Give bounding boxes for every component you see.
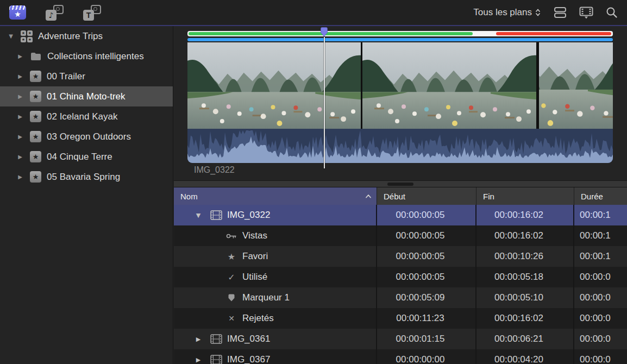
keyword-collection-icon: ★ <box>30 131 41 142</box>
end-timecode: 00:00:04:20 <box>476 349 574 364</box>
column-header-nom[interactable]: Nom <box>174 187 377 205</box>
search-button[interactable] <box>606 7 618 18</box>
disclosure-triangle[interactable]: ▶ <box>16 154 24 160</box>
clip-view-toggle-button[interactable] <box>554 7 567 18</box>
keyword-range-stripe <box>187 38 613 41</box>
disclosure-triangle[interactable]: ▶ <box>16 114 24 120</box>
keyword-collection-icon: ★ <box>30 111 41 122</box>
sidebar-item-label: 03 Oregon Outdoors <box>47 131 131 142</box>
search-icon <box>606 7 618 18</box>
sidebar-item-04-cinque-terre[interactable]: ▶ ★ 04 Cinque Terre <box>0 147 173 167</box>
playhead-line <box>324 37 325 168</box>
column-header-fin[interactable]: Fin <box>476 187 574 205</box>
disclosure-triangle[interactable]: ▶ <box>16 174 24 180</box>
folder-icon <box>30 51 42 62</box>
column-header-debut[interactable]: Début <box>377 187 476 205</box>
start-timecode: 00:00:05:09 <box>377 287 476 308</box>
table-body: ▼ IMG_0322 00:00:00:05 00:00:16:02 00:00… <box>174 205 627 364</box>
table-row-utilise[interactable]: ✓ Utilisé 00:00:00:05 00:00:05:18 00:00:… <box>174 267 627 287</box>
checkmark-icon: ✓ <box>225 272 238 283</box>
table-row-img-0367[interactable]: ▶ IMG_0367 00:00:00:00 00:00:04:20 00:00… <box>174 349 627 364</box>
table-row-favori[interactable]: ★ Favori 00:00:00:05 00:00:10:26 00:00:1 <box>174 246 627 267</box>
clip-name-label: IMG_0322 <box>194 165 235 175</box>
video-thumbnails[interactable] <box>187 42 613 129</box>
filmstrip-icon <box>210 334 223 344</box>
sidebar-item-label: 04 Cinque Terre <box>47 152 112 162</box>
end-timecode: 00:00:16:02 <box>476 225 574 246</box>
star-icon: ★ <box>225 252 238 262</box>
photos-audio-sidebar-button[interactable]: ♪ <box>45 5 64 21</box>
column-label: Fin <box>483 192 494 201</box>
video-thumbnail[interactable] <box>539 42 613 129</box>
sidebar-item-00-trailer[interactable]: ▶ ★ 00 Trailer <box>0 66 173 86</box>
marker-name: Marqueur 1 <box>242 292 290 303</box>
marker-icon <box>225 294 238 302</box>
column-header-duree[interactable]: Durée <box>574 187 627 205</box>
video-thumbnail[interactable] <box>362 42 536 129</box>
disclosure-triangle[interactable]: ▶ <box>195 356 202 363</box>
sidebar-item-label: 05 Bavaria Spring <box>47 172 120 183</box>
filmstrip-preview: IMG_0322 <box>174 26 627 180</box>
table-row-img-0361[interactable]: ▶ IMG_0361 00:00:01:15 00:00:06:21 00:00… <box>174 329 627 349</box>
disclosure-triangle[interactable]: ▼ <box>195 212 202 219</box>
keyword-collection-icon: ★ <box>30 151 41 162</box>
disclosure-triangle[interactable]: ▶ <box>16 53 24 59</box>
rejected-range-stripe <box>496 32 611 35</box>
audio-waveform <box>187 129 613 163</box>
sidebar-item-01-china-moto-trek[interactable]: ▶ ★ 01 China Moto-trek <box>0 86 173 106</box>
end-timecode: 00:00:16:02 <box>476 205 574 225</box>
playhead-handle-icon[interactable] <box>321 27 328 37</box>
sidebar-item-label: Adventure Trips <box>38 31 103 42</box>
start-timecode: 00:00:00:05 <box>377 225 476 246</box>
playhead[interactable] <box>321 27 328 168</box>
video-thumbnail[interactable] <box>187 42 361 129</box>
disclosure-triangle[interactable]: ▶ <box>16 134 24 140</box>
splitter-grab-handle[interactable] <box>387 183 413 186</box>
up-down-chevron-icon <box>535 7 541 18</box>
clip-filmstrip[interactable] <box>187 31 613 163</box>
disclosure-triangle[interactable]: ▶ <box>16 93 24 99</box>
final-cut-pro-browser: ★ ♪ T Tous les plans <box>0 0 627 364</box>
table-header: Nom Début Fin Durée <box>174 187 627 205</box>
sidebar-item-smart-collections[interactable]: ▶ Collections intelligentes <box>0 46 173 66</box>
duration-timecode: 00:00:0 <box>574 329 627 349</box>
disclosure-triangle[interactable]: ▶ <box>195 336 202 343</box>
sidebar-item-02-iceland-kayak[interactable]: ▶ ★ 02 Iceland Kayak <box>0 106 173 127</box>
toolbar: ★ ♪ T Tous les plans <box>0 0 627 25</box>
table-row-img-0322[interactable]: ▼ IMG_0322 00:00:00:05 00:00:16:02 00:00… <box>174 205 627 225</box>
disclosure-triangle[interactable]: ▶ <box>16 73 24 79</box>
table-row-marqueur-1[interactable]: Marqueur 1 00:00:05:09 00:00:05:10 00:00… <box>174 287 627 308</box>
start-timecode: 00:00:00:00 <box>377 349 476 364</box>
clip-name: IMG_0322 <box>227 210 270 221</box>
end-timecode: 00:00:10:26 <box>476 246 574 267</box>
column-label: Nom <box>180 192 198 201</box>
sort-ascending-icon <box>365 194 372 198</box>
keyword-grid-icon: ★★★★ <box>21 30 33 42</box>
clip-name: IMG_0367 <box>227 354 270 364</box>
titles-generators-sidebar-button[interactable]: T <box>83 5 101 21</box>
duration-timecode: 00:00:0 <box>574 287 627 308</box>
sidebar-item-03-oregon-outdoors[interactable]: ▶ ★ 03 Oregon Outdoors <box>0 127 173 147</box>
pane-splitter[interactable] <box>174 180 627 187</box>
duration-timecode: 00:00:1 <box>574 225 627 246</box>
reject-x-icon: ✕ <box>225 314 238 323</box>
end-timecode: 00:00:16:02 <box>476 308 574 329</box>
table-row-rejetes[interactable]: ✕ Rejetés 00:00:11:23 00:00:16:02 00:00:… <box>174 308 627 329</box>
usage-name: Utilisé <box>242 272 267 283</box>
clip-filter-dropdown[interactable]: Tous les plans <box>473 7 541 18</box>
end-timecode: 00:00:05:18 <box>476 267 574 287</box>
sidebar-item-05-bavaria-spring[interactable]: ▶ ★ 05 Bavaria Spring <box>0 167 173 187</box>
duration-timecode: 00:00:1 <box>574 246 627 267</box>
disclosure-triangle[interactable]: ▼ <box>7 33 15 39</box>
table-row-vistas[interactable]: Vistas 00:00:00:05 00:00:16:02 00:00:1 <box>174 225 627 246</box>
library-sidebar-button[interactable]: ★ <box>9 5 26 20</box>
sidebar-item-label: Collections intelligentes <box>47 51 144 62</box>
filmstrip-view-button[interactable] <box>579 7 593 19</box>
sidebar-item-adventure-trips[interactable]: ▼ ★★★★ Adventure Trips <box>0 26 173 46</box>
duration-timecode: 00:00:0 <box>574 267 627 287</box>
start-timecode: 00:00:11:23 <box>377 308 476 329</box>
filmstrip-icon <box>210 210 223 220</box>
sidebar-item-label: 00 Trailer <box>47 71 85 82</box>
music-note-camera-icon: ♪ <box>45 5 64 21</box>
start-timecode: 00:00:00:05 <box>377 267 476 287</box>
